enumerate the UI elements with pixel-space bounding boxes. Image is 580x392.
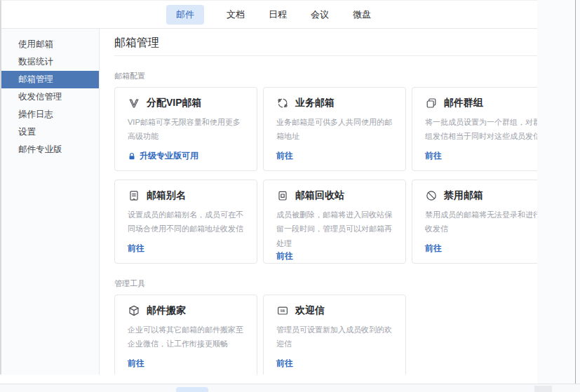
sidebar-item-2[interactable]: 数据统计 — [1, 53, 99, 71]
feature-card: 邮件群组将一批成员设置为一个群组，对群组发信相当于同时对这些成员发信前往 — [412, 87, 537, 171]
feature-card: 业务邮箱业务邮箱是可供多人共同使用的邮箱地址前往 — [263, 87, 406, 171]
card-description: VIP邮箱可享无限容量和使用更多高级功能 — [128, 115, 244, 144]
card-title: 邮箱回收站 — [295, 189, 344, 202]
sidebar: 使用邮箱数据统计邮箱管理收发信管理操作日志设置邮件专业版 — [1, 29, 100, 374]
migrate-box-icon — [128, 304, 140, 317]
feature-card: 邮箱回收站成员被删除，邮箱将进入回收站保留一段时间，管理员可以对邮箱再处理前往 — [263, 180, 406, 264]
tab-1[interactable]: 邮件 — [166, 5, 204, 25]
right-gutter — [537, 0, 580, 384]
upgrade-link[interactable]: 升级专业版可用 — [128, 150, 244, 162]
card-title: 分配VIP邮箱 — [147, 97, 202, 109]
card-description: 管理员可设置新加入成员收到的欢迎信 — [276, 323, 393, 351]
feature-card: 分配VIP邮箱VIP邮箱可享无限容量和使用更多高级功能升级专业版可用 — [114, 87, 257, 171]
mail-group-icon — [425, 97, 438, 109]
welcome-letter-icon: Hi — [276, 304, 289, 317]
card-header: 邮件群组 — [425, 97, 537, 109]
tab-5[interactable]: 微盘 — [351, 5, 372, 25]
card-title: 禁用邮箱 — [444, 189, 483, 202]
sidebar-item-1[interactable]: 使用邮箱 — [1, 36, 99, 53]
page-title: 邮箱管理 — [114, 36, 537, 50]
lock-icon — [128, 152, 136, 161]
card-grid: 分配VIP邮箱VIP邮箱可享无限容量和使用更多高级功能升级专业版可用业务邮箱业务… — [114, 87, 537, 264]
go-link[interactable]: 前往 — [276, 250, 393, 262]
go-link[interactable]: 前往 — [128, 243, 244, 255]
card-title: 邮件搬家 — [147, 304, 186, 317]
sidebar-item-4[interactable]: 收发信管理 — [1, 88, 99, 106]
next-screenshot-strip — [0, 384, 580, 392]
svg-text:Hi: Hi — [281, 308, 285, 313]
card-description: 业务邮箱是可供多人共同使用的邮箱地址 — [276, 115, 393, 144]
action-label: 前往 — [425, 150, 442, 162]
card-title: 邮箱别名 — [147, 189, 186, 202]
action-label: 前往 — [128, 243, 144, 255]
card-description: 成员被删除，邮箱将进入回收站保留一段时间，管理员可以对邮箱再处理 — [276, 208, 393, 250]
feature-card: 禁用邮箱禁用成员的邮箱将无法登录和进行收发信前往 — [412, 180, 537, 264]
recycle-bin-icon — [276, 189, 289, 202]
card-header: 禁用邮箱 — [425, 189, 537, 202]
disable-icon — [425, 189, 438, 202]
card-header: 邮箱别名 — [128, 189, 244, 202]
section-label: 邮箱配置 — [114, 72, 537, 81]
card-grid: 邮件搬家企业可以将其它邮箱的邮件搬家至企业微信，让工作衔接更顺畅前往Hi欢迎信管… — [114, 295, 537, 374]
sidebar-item-5[interactable]: 操作日志 — [1, 106, 99, 123]
feature-card: Hi欢迎信管理员可设置新加入成员收到的欢迎信前往 — [263, 295, 406, 374]
action-label: 升级专业版可用 — [140, 150, 198, 162]
card-description: 将一批成员设置为一个群组，对群组发信相当于同时对这些成员发信 — [425, 115, 537, 144]
alias-icon — [128, 189, 140, 202]
sidebar-item-6[interactable]: 设置 — [1, 123, 99, 141]
next-screenshot-active-tab-fragment — [176, 387, 208, 392]
title-divider — [114, 55, 537, 56]
card-header: Hi欢迎信 — [276, 304, 393, 317]
go-link[interactable]: 前往 — [276, 150, 393, 162]
card-description: 企业可以将其它邮箱的邮件搬家至企业微信，让工作衔接更顺畅 — [128, 323, 244, 351]
right-scroll-divider — [575, 0, 576, 384]
go-link[interactable]: 前往 — [425, 150, 537, 162]
action-label: 前往 — [276, 150, 293, 162]
tab-4[interactable]: 会议 — [309, 5, 330, 25]
top-navigation: 邮件文档日程会议微盘 — [1, 1, 537, 29]
card-header: 业务邮箱 — [276, 97, 393, 109]
card-header: 邮箱回收站 — [276, 189, 393, 202]
go-link[interactable]: 前往 — [128, 358, 244, 370]
action-label: 前往 — [276, 358, 293, 370]
shared-mailbox-icon — [276, 97, 289, 109]
main-content: 邮箱管理 邮箱配置分配VIP邮箱VIP邮箱可享无限容量和使用更多高级功能升级专业… — [100, 29, 537, 374]
section-label: 管理工具 — [114, 279, 537, 288]
page: 邮件文档日程会议微盘 使用邮箱数据统计邮箱管理收发信管理操作日志设置邮件专业版 … — [0, 0, 580, 392]
card-header: 邮件搬家 — [128, 304, 244, 317]
card-title: 邮件群组 — [444, 97, 483, 109]
feature-card: 邮箱别名设置成员的邮箱别名，成员可在不同场合使用不同的邮箱地址收发信前往 — [114, 180, 257, 264]
app-window: 邮件文档日程会议微盘 使用邮箱数据统计邮箱管理收发信管理操作日志设置邮件专业版 … — [0, 0, 537, 374]
card-title: 欢迎信 — [295, 304, 325, 317]
card-header: 分配VIP邮箱 — [128, 97, 244, 109]
next-screenshot-fragment — [534, 386, 552, 392]
action-label: 前往 — [276, 250, 293, 262]
feature-card: 邮件搬家企业可以将其它邮箱的邮件搬家至企业微信，让工作衔接更顺畅前往 — [114, 295, 257, 374]
go-link[interactable]: 前往 — [276, 358, 393, 370]
tab-2[interactable]: 文档 — [225, 5, 246, 25]
action-label: 前往 — [128, 358, 144, 370]
card-title: 业务邮箱 — [295, 97, 335, 109]
card-description: 设置成员的邮箱别名，成员可在不同场合使用不同的邮箱地址收发信 — [128, 208, 244, 236]
tab-3[interactable]: 日程 — [267, 5, 288, 25]
card-description: 禁用成员的邮箱将无法登录和进行收发信 — [425, 208, 537, 236]
sidebar-item-3[interactable]: 邮箱管理 — [1, 71, 99, 88]
action-label: 前往 — [425, 243, 442, 255]
go-link[interactable]: 前往 — [425, 243, 537, 255]
sidebar-item-7[interactable]: 邮件专业版 — [1, 141, 99, 158]
vip-icon — [128, 97, 140, 109]
